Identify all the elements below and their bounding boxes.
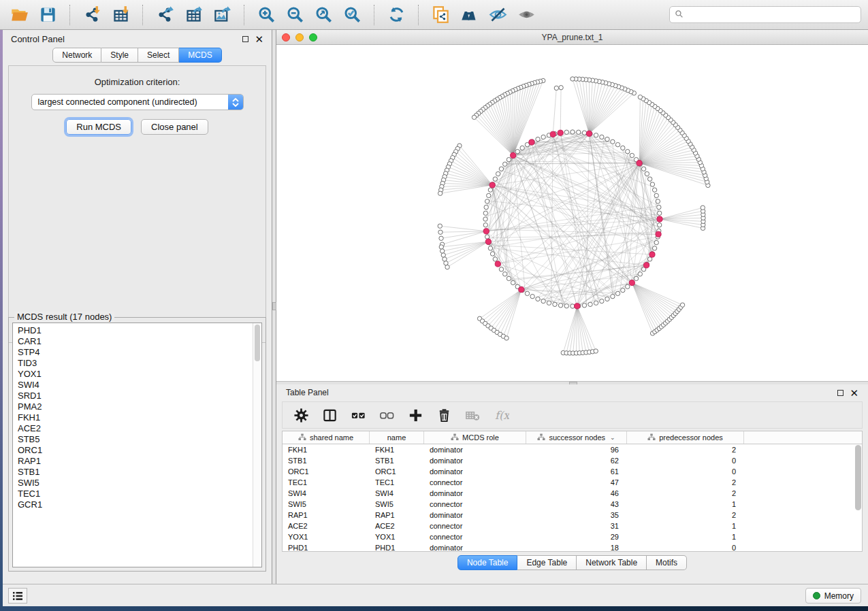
network-node[interactable] xyxy=(525,291,529,295)
export-network-icon[interactable] xyxy=(152,4,177,26)
network-node[interactable] xyxy=(564,130,568,134)
network-node[interactable] xyxy=(487,193,491,197)
export-image-icon[interactable] xyxy=(210,4,234,26)
network-node[interactable] xyxy=(594,133,598,137)
network-node[interactable] xyxy=(615,291,620,295)
add-column-icon[interactable] xyxy=(408,408,423,423)
dominator-node[interactable] xyxy=(629,280,634,286)
network-node[interactable] xyxy=(507,157,511,161)
dominator-node[interactable] xyxy=(495,261,500,267)
network-node[interactable] xyxy=(645,171,649,176)
network-node[interactable] xyxy=(520,146,524,150)
zoom-out-icon[interactable] xyxy=(283,4,307,26)
mcds-result-item[interactable]: ORC1 xyxy=(18,445,261,456)
network-node[interactable] xyxy=(536,137,540,141)
mcds-result-item[interactable]: ACE2 xyxy=(18,423,261,434)
network-node[interactable] xyxy=(536,297,540,301)
network-node[interactable] xyxy=(626,284,630,288)
deselect-all-rows-icon[interactable] xyxy=(379,408,395,423)
table-tab-edge-table[interactable]: Edge Table xyxy=(517,555,577,570)
select-all-rows-icon[interactable] xyxy=(351,408,366,423)
network-node[interactable] xyxy=(547,301,551,305)
mcds-result-item[interactable]: FKH1 xyxy=(18,412,261,423)
network-node[interactable] xyxy=(654,193,658,197)
network-node[interactable] xyxy=(558,303,562,308)
show-all-icon[interactable] xyxy=(514,4,539,26)
network-node[interactable] xyxy=(650,182,654,186)
mcds-result-item[interactable]: TEC1 xyxy=(18,489,261,499)
control-tab-network[interactable]: Network xyxy=(52,48,101,63)
network-node[interactable] xyxy=(515,150,519,154)
network-window-titlebar[interactable]: YPA_prune.txt_1 xyxy=(276,30,868,45)
control-tab-mcds[interactable]: MCDS xyxy=(179,48,221,63)
table-row[interactable]: SWI4SWI4dominator462 xyxy=(283,488,862,499)
network-node[interactable] xyxy=(485,199,489,203)
float-panel-icon[interactable] xyxy=(837,390,843,396)
table-tab-motifs[interactable]: Motifs xyxy=(647,555,687,570)
network-node[interactable] xyxy=(493,257,497,261)
network-node[interactable] xyxy=(594,349,598,353)
network-node[interactable] xyxy=(439,245,443,249)
memory-button[interactable]: Memory xyxy=(805,588,861,604)
table-row[interactable]: ACE2ACE2connector311 xyxy=(283,521,862,531)
import-table-icon[interactable] xyxy=(108,4,133,26)
control-tab-style[interactable]: Style xyxy=(101,48,138,63)
network-node[interactable] xyxy=(582,131,586,135)
network-node[interactable] xyxy=(570,130,575,134)
table-tab-node-table[interactable]: Node Table xyxy=(457,555,518,570)
table-row[interactable]: ORC1ORC1dominator610 xyxy=(283,466,862,477)
network-node[interactable] xyxy=(652,188,656,192)
table-row[interactable]: FKH1FKH1dominator962 xyxy=(283,444,862,455)
task-history-button[interactable] xyxy=(8,588,27,604)
network-node[interactable] xyxy=(553,302,557,306)
network-node[interactable] xyxy=(445,265,449,269)
column-header-MCDS-role[interactable]: MCDS role xyxy=(424,431,526,444)
dominator-node[interactable] xyxy=(643,263,649,268)
zoom-selected-icon[interactable] xyxy=(340,4,364,26)
table-row[interactable]: YOX1YOX1connector291 xyxy=(283,531,862,542)
network-node[interactable] xyxy=(488,188,492,192)
network-node[interactable] xyxy=(605,137,609,141)
new-network-from-selection-icon[interactable] xyxy=(428,4,453,26)
mcds-result-item[interactable]: RAP1 xyxy=(18,456,261,467)
network-node[interactable] xyxy=(438,230,443,234)
table-row[interactable]: TEC1TEC1connector472 xyxy=(283,477,862,488)
network-node[interactable] xyxy=(496,171,500,176)
dominator-node[interactable] xyxy=(529,139,534,145)
network-node[interactable] xyxy=(483,211,487,215)
mcds-result-item[interactable]: STB5 xyxy=(18,434,261,445)
delete-column-icon[interactable] xyxy=(436,408,452,423)
network-node[interactable] xyxy=(499,267,503,271)
network-node[interactable] xyxy=(588,302,592,306)
network-node[interactable] xyxy=(582,303,586,308)
dominator-node[interactable] xyxy=(657,216,662,222)
network-node[interactable] xyxy=(615,142,620,146)
dominator-node[interactable] xyxy=(649,252,655,257)
network-node[interactable] xyxy=(441,253,445,257)
column-header-predecessor-nodes[interactable]: predecessor nodes xyxy=(627,431,744,444)
network-node[interactable] xyxy=(483,223,487,227)
network-node[interactable] xyxy=(652,246,656,250)
dominator-node[interactable] xyxy=(519,286,524,292)
dominator-node[interactable] xyxy=(550,131,556,137)
network-node[interactable] xyxy=(507,276,511,280)
search-box[interactable] xyxy=(669,6,861,23)
mcds-result-item[interactable]: PMA2 xyxy=(18,401,261,412)
network-node[interactable] xyxy=(680,303,684,307)
network-node[interactable] xyxy=(570,77,575,81)
network-node[interactable] xyxy=(577,130,581,134)
network-node[interactable] xyxy=(638,272,642,276)
mcds-result-item[interactable]: SWI5 xyxy=(18,478,261,489)
network-node[interactable] xyxy=(503,162,507,166)
network-node[interactable] xyxy=(621,288,625,292)
column-header-successor-nodes[interactable]: successor nodes⌄ xyxy=(526,431,627,444)
zoom-fit-icon[interactable] xyxy=(311,4,336,26)
network-node[interactable] xyxy=(634,276,638,280)
network-node[interactable] xyxy=(611,139,615,144)
network-node[interactable] xyxy=(440,249,444,253)
mcds-result-item[interactable]: CAR1 xyxy=(18,336,261,347)
network-node[interactable] xyxy=(654,240,658,244)
first-neighbors-icon[interactable] xyxy=(457,4,481,26)
mcds-result-item[interactable]: TID3 xyxy=(18,358,261,369)
network-node[interactable] xyxy=(488,246,492,250)
